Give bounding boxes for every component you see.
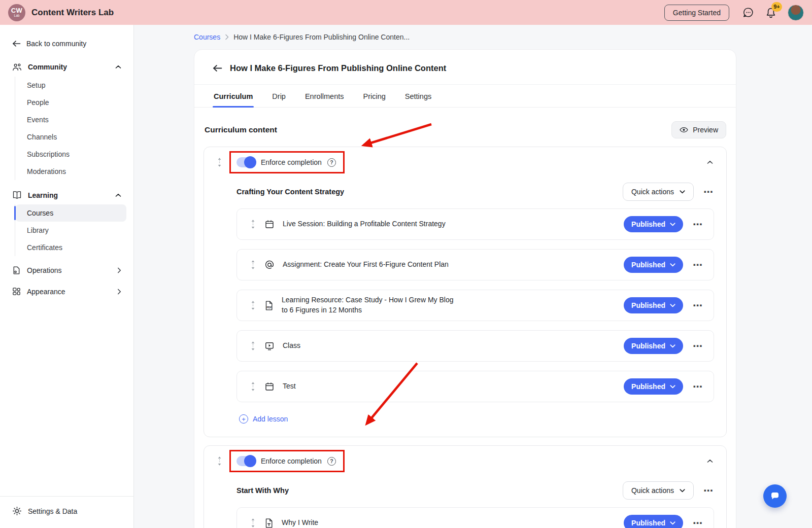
published-status-button[interactable]: Published (624, 338, 683, 354)
add-lesson-button[interactable]: +Add lesson (236, 411, 714, 436)
sidebar-item-certificates[interactable]: Certificates (15, 239, 126, 256)
back-to-community-link[interactable]: Back to community (0, 25, 133, 52)
tab-settings[interactable]: Settings (404, 85, 432, 107)
published-status-button[interactable]: Published (624, 378, 683, 395)
drag-handle-icon (250, 260, 256, 270)
drag-handle-icon (250, 381, 256, 392)
course-section: Enforce completion?Crafting Your Content… (204, 147, 727, 437)
drag-handle-icon (216, 456, 223, 466)
lesson-more-options-button[interactable]: ⋯ (692, 219, 703, 230)
lesson-title: Why I Write (282, 518, 318, 528)
chevron-down-icon (670, 304, 675, 307)
published-status-button[interactable]: Published (624, 216, 683, 232)
published-status-button[interactable]: Published (624, 515, 683, 528)
sidebar-item-setup[interactable]: Setup (15, 77, 126, 94)
sidebar-item-events[interactable]: Events (15, 111, 126, 128)
chevron-up-icon (115, 193, 121, 197)
drag-handle-icon (250, 219, 256, 229)
course-section: Enforce completion?Start With WhyQuick a… (204, 445, 727, 528)
sidebar-link-label: Operations (27, 266, 61, 274)
sidebar-item-moderations[interactable]: Moderations (15, 163, 126, 180)
course-card: How I Make 6-Figures From Publishing Onl… (194, 49, 736, 528)
calendar-icon (265, 220, 274, 229)
lesson-row: Assignment: Create Your First 6-Figure C… (236, 249, 714, 280)
sidebar-item-subscriptions[interactable]: Subscriptions (15, 146, 126, 163)
lesson-title: Learning Resource: Case Study - How I Gr… (282, 295, 454, 315)
published-label: Published (631, 382, 665, 391)
logo-text: CW (11, 7, 22, 14)
collapse-section-icon[interactable] (707, 160, 713, 164)
breadcrumb-current: How I Make 6-Figures From Publishing Onl… (233, 33, 410, 41)
back-arrow-icon[interactable] (213, 64, 222, 72)
lesson-more-options-button[interactable]: ⋯ (692, 517, 703, 528)
preview-button[interactable]: Preview (671, 121, 726, 138)
lesson-row: PDFLearning Resource: Case Study - How I… (236, 290, 714, 321)
quick-actions-button[interactable]: Quick actions (623, 481, 694, 500)
published-status-button[interactable]: Published (624, 297, 683, 313)
sidebar-item-operations[interactable]: Operations (8, 261, 126, 279)
quick-actions-button[interactable]: Quick actions (623, 183, 694, 201)
enforce-completion-toggle[interactable] (236, 157, 255, 167)
enforce-completion-toggle[interactable] (236, 456, 255, 466)
more-options-button[interactable]: ⋯ (702, 186, 714, 198)
sidebar-item-people[interactable]: People (15, 94, 126, 111)
appearance-icon (12, 287, 21, 296)
gear-icon (12, 506, 22, 516)
lesson-more-options-button[interactable]: ⋯ (692, 300, 703, 311)
sidebar-item-library[interactable]: Library (15, 222, 126, 239)
help-icon[interactable]: ? (327, 158, 336, 167)
admin-sidebar: Back to community CommunitySetupPeopleEv… (0, 25, 134, 528)
lesson-more-options-button[interactable]: ⋯ (692, 381, 703, 393)
lesson-more-options-button[interactable]: ⋯ (692, 340, 703, 352)
chevron-down-icon (670, 385, 675, 389)
sidebar-group-label: Learning (28, 191, 58, 199)
sidebar-groups: CommunitySetupPeopleEventsChannelsSubscr… (0, 52, 133, 258)
tab-drip[interactable]: Drip (271, 85, 287, 107)
brand: CW Lab Content Writers Lab (8, 4, 114, 21)
sidebar-item-channels[interactable]: Channels (15, 128, 126, 146)
sidebar-group-items: SetupPeopleEventsChannelsSubscriptionsMo… (15, 77, 126, 180)
sidebar-item-courses[interactable]: Courses (15, 204, 126, 222)
notifications-bell-icon[interactable]: 9+ (765, 7, 776, 18)
curriculum-content-header: Curriculum content Preview (194, 108, 736, 147)
topbar-actions: Getting Started 9+ (664, 5, 804, 21)
tab-curriculum[interactable]: Curriculum (213, 85, 254, 107)
learning-icon (12, 191, 22, 199)
more-options-button[interactable]: ⋯ (702, 485, 714, 497)
chevron-down-icon (670, 344, 675, 348)
getting-started-button[interactable]: Getting Started (664, 5, 729, 21)
chat-widget-button[interactable] (763, 484, 787, 508)
add-lesson-label: Add lesson (253, 415, 288, 423)
settings-data-label: Settings & Data (28, 507, 77, 515)
drag-handle-icon (250, 518, 256, 528)
toggle-knob (244, 455, 256, 467)
sidebar-item-settings-data[interactable]: Settings & Data (0, 496, 133, 528)
at-sign-icon (265, 260, 274, 269)
section-controls: Quick actions⋯ (623, 481, 714, 500)
svg-text:PDF: PDF (266, 305, 272, 308)
community-icon (12, 62, 22, 72)
sidebar-item-appearance[interactable]: Appearance (8, 283, 126, 300)
sections-list: Enforce completion?Crafting Your Content… (194, 147, 736, 528)
lesson-row: ClassPublished⋯ (236, 330, 714, 362)
help-icon[interactable]: ? (327, 457, 336, 466)
sidebar-group-community[interactable]: Community (8, 58, 126, 76)
drag-handle-icon (250, 300, 256, 310)
tab-enrollments[interactable]: Enrollments (304, 85, 345, 107)
published-status-button[interactable]: Published (624, 257, 683, 273)
messages-icon[interactable] (742, 7, 754, 18)
collapse-section-icon[interactable] (707, 459, 713, 463)
course-tabs: CurriculumDripEnrollmentsPricingSettings (194, 84, 736, 108)
lesson-title: Live Session: Building a Profitable Cont… (283, 219, 446, 229)
sidebar-group-learning[interactable]: Learning (8, 187, 126, 203)
sidebar-group-items: CoursesLibraryCertificates (15, 204, 126, 256)
tab-pricing[interactable]: Pricing (362, 85, 387, 107)
breadcrumb-courses-link[interactable]: Courses (194, 33, 220, 41)
chat-bubble-icon (769, 490, 781, 502)
community-logo[interactable]: CW Lab (8, 4, 25, 21)
lesson-more-options-button[interactable]: ⋯ (692, 259, 703, 271)
back-arrow-icon (12, 40, 21, 47)
enforce-completion-highlight: Enforce completion? (229, 450, 345, 472)
avatar[interactable] (788, 5, 804, 21)
section-title: Start With Why (236, 486, 289, 495)
